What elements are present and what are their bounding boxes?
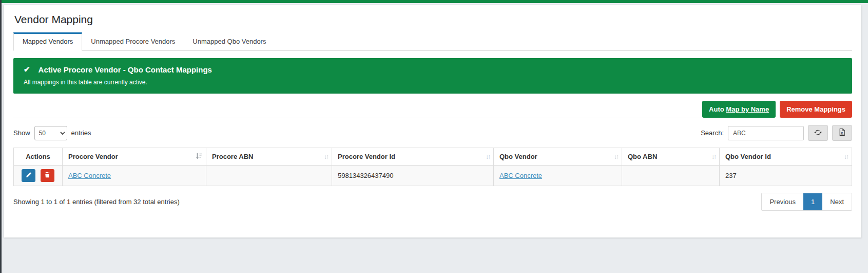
trash-icon bbox=[44, 172, 50, 179]
search-input[interactable] bbox=[728, 126, 804, 140]
qbo-abn-cell bbox=[622, 166, 720, 186]
refresh-icon bbox=[814, 129, 822, 138]
sort-both-icon: ↓↑ bbox=[844, 153, 848, 160]
edit-mapping-button[interactable] bbox=[22, 169, 35, 182]
column-header-qbo-abn[interactable]: Qbo ABN ↓↑ bbox=[622, 148, 720, 166]
sort-both-icon: ↓↑ bbox=[614, 153, 618, 160]
pagination: Previous 1 Next bbox=[761, 193, 852, 211]
qbo-vendor-link[interactable]: ABC Concrete bbox=[499, 172, 542, 179]
top-accent-bar bbox=[0, 0, 868, 3]
entries-summary: Showing 1 to 1 of 1 entries (filtered fr… bbox=[13, 198, 180, 206]
qbo-vendor-cell: ABC Concrete bbox=[494, 166, 622, 186]
column-header-qbo-vendor-id[interactable]: Qbo Vendor Id ↓↑ bbox=[720, 148, 852, 166]
table-row: ABC Concrete 598134326437490 ABC Concret… bbox=[14, 166, 852, 186]
vendor-mapping-table: Actions Procore Vendor Procore bbox=[13, 148, 852, 186]
column-header-actions: Actions bbox=[14, 148, 63, 166]
left-edge-strip bbox=[0, 0, 2, 273]
pencil-icon bbox=[26, 172, 32, 179]
bulk-actions-row: Auto Map by Name Remove Mappings bbox=[13, 101, 852, 118]
active-mappings-alert: ✔ Active Procore Vendor - Qbo Contact Ma… bbox=[13, 58, 852, 94]
sort-both-icon: ↓↑ bbox=[486, 153, 490, 160]
auto-map-by-name-button[interactable]: Auto Map by Name bbox=[702, 101, 776, 118]
column-header-procore-vendor-id[interactable]: Procore Vendor Id ↓↑ bbox=[332, 148, 494, 166]
show-label: Show bbox=[13, 129, 30, 137]
page-length-select[interactable]: 50 bbox=[34, 126, 67, 140]
alert-message: All mappings in this table are currently… bbox=[24, 79, 842, 86]
procore-vendor-link[interactable]: ABC Concrete bbox=[68, 172, 111, 179]
tab-unmapped-qbo-vendors[interactable]: Unmapped Qbo Vendors bbox=[184, 33, 275, 50]
alert-title-row: ✔ Active Procore Vendor - Qbo Contact Ma… bbox=[24, 65, 842, 74]
excel-export-icon: x bbox=[838, 128, 846, 138]
sort-both-icon: ↓↑ bbox=[324, 153, 328, 160]
row-actions-cell bbox=[14, 166, 63, 186]
tab-bar: Mapped Vendors Unmapped Procore Vendors … bbox=[13, 32, 852, 51]
column-header-procore-vendor[interactable]: Procore Vendor bbox=[63, 148, 206, 166]
vendor-mapping-panel: Vendor Mapping Mapped Vendors Unmapped P… bbox=[4, 5, 861, 238]
table-header-row: Actions Procore Vendor Procore bbox=[14, 148, 852, 166]
pagination-previous-button[interactable]: Previous bbox=[762, 193, 803, 210]
procore-abn-cell bbox=[206, 166, 332, 186]
divider-top bbox=[13, 94, 852, 94]
qbo-vendor-id-cell: 237 bbox=[720, 166, 852, 186]
svg-text:x: x bbox=[841, 131, 843, 135]
page-title: Vendor Mapping bbox=[14, 13, 852, 26]
page-length-control: Show 50 entries bbox=[13, 126, 91, 140]
sort-both-icon: ↓↑ bbox=[711, 153, 716, 160]
refresh-button[interactable] bbox=[808, 125, 828, 141]
procore-vendor-cell: ABC Concrete bbox=[63, 166, 206, 186]
search-control: Search: x bbox=[701, 125, 852, 141]
table-controls-row: Show 50 entries Search: x bbox=[13, 125, 852, 141]
export-excel-button[interactable]: x bbox=[832, 125, 852, 141]
delete-mapping-button[interactable] bbox=[41, 169, 54, 182]
column-header-procore-abn[interactable]: Procore ABN ↓↑ bbox=[206, 148, 332, 166]
pagination-page-1-button[interactable]: 1 bbox=[803, 193, 822, 210]
alert-title: Active Procore Vendor - Qbo Contact Mapp… bbox=[38, 65, 212, 74]
sort-active-icon bbox=[196, 153, 202, 160]
table-footer-row: Showing 1 to 1 of 1 entries (filtered fr… bbox=[13, 193, 852, 211]
column-header-qbo-vendor[interactable]: Qbo Vendor ↓↑ bbox=[494, 148, 622, 166]
entries-label: entries bbox=[71, 129, 91, 137]
tab-mapped-vendors[interactable]: Mapped Vendors bbox=[13, 32, 82, 51]
tab-unmapped-procore-vendors[interactable]: Unmapped Procore Vendors bbox=[82, 33, 184, 50]
search-label: Search: bbox=[701, 129, 724, 137]
procore-vendor-id-cell: 598134326437490 bbox=[332, 166, 494, 186]
remove-mappings-button[interactable]: Remove Mappings bbox=[780, 101, 852, 118]
check-icon: ✔ bbox=[24, 65, 30, 74]
divider-bottom bbox=[13, 118, 852, 118]
pagination-next-button[interactable]: Next bbox=[822, 193, 852, 210]
